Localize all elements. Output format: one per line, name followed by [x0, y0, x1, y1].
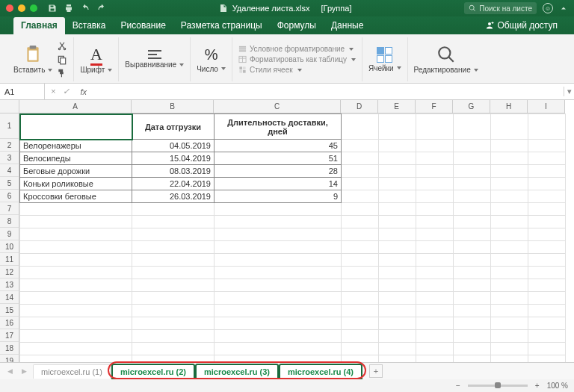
cell[interactable]	[342, 343, 379, 355]
cell[interactable]	[215, 279, 342, 292]
cell[interactable]	[132, 343, 215, 355]
cell[interactable]	[379, 165, 416, 178]
col-header[interactable]: H	[490, 100, 528, 113]
save-icon[interactable]	[48, 4, 57, 13]
cell[interactable]	[379, 114, 416, 140]
cell[interactable]	[379, 203, 416, 216]
cell[interactable]	[215, 330, 342, 343]
cell[interactable]	[342, 279, 379, 292]
cell[interactable]	[528, 216, 566, 228]
cell[interactable]	[379, 254, 416, 267]
cell[interactable]	[379, 241, 416, 254]
row-header[interactable]: 3	[0, 152, 19, 164]
cell[interactable]	[528, 178, 566, 190]
cell[interactable]	[416, 241, 454, 254]
cell[interactable]	[416, 114, 454, 140]
cell[interactable]	[20, 216, 132, 228]
col-header[interactable]: C	[214, 100, 341, 113]
tab-home[interactable]: Главная	[13, 17, 65, 34]
sheet-nav-prev-icon[interactable]: ◀	[4, 367, 16, 375]
cell[interactable]	[528, 228, 566, 241]
cell[interactable]	[20, 114, 132, 140]
sheet-tab[interactable]: microexcel.ru (3)	[196, 364, 278, 379]
cell[interactable]	[454, 241, 491, 254]
row-header[interactable]: 4	[0, 164, 19, 177]
cell[interactable]	[342, 241, 379, 254]
cell[interactable]	[491, 241, 528, 254]
cell[interactable]	[20, 203, 132, 216]
cell[interactable]	[454, 292, 491, 305]
cell[interactable]	[528, 190, 566, 203]
copy-icon[interactable]	[57, 55, 67, 65]
cell[interactable]: Велосипеды	[20, 152, 132, 165]
redo-icon[interactable]	[97, 4, 106, 13]
cell[interactable]	[20, 343, 132, 355]
search-field[interactable]: Поиск на листе	[464, 2, 537, 14]
cell[interactable]	[20, 228, 132, 241]
row-header[interactable]: 6	[0, 190, 19, 202]
cell[interactable]	[215, 317, 342, 330]
cell[interactable]	[454, 355, 491, 364]
cell[interactable]	[132, 203, 215, 216]
cell[interactable]	[491, 140, 528, 152]
font-color-button[interactable]: A Шрифт	[80, 45, 112, 74]
col-header[interactable]: A	[19, 100, 132, 113]
feedback-icon[interactable]: ☺	[543, 3, 553, 13]
cell[interactable]	[342, 114, 379, 140]
cell[interactable]	[20, 317, 132, 330]
cell[interactable]	[342, 228, 379, 241]
cell[interactable]	[132, 292, 215, 305]
close-window-icon[interactable]	[6, 4, 13, 12]
row-header[interactable]: 13	[0, 279, 19, 291]
select-all-corner[interactable]	[0, 100, 19, 113]
cell[interactable]	[379, 216, 416, 228]
cell[interactable]	[20, 241, 132, 254]
row-header[interactable]: 2	[0, 139, 19, 152]
cell[interactable]	[132, 228, 215, 241]
cell[interactable]	[20, 305, 132, 317]
cell[interactable]	[379, 190, 416, 203]
cell[interactable]	[416, 254, 454, 267]
row-header[interactable]: 15	[0, 304, 19, 317]
cell[interactable]	[215, 292, 342, 305]
row-header[interactable]: 12	[0, 266, 19, 279]
undo-icon[interactable]	[81, 4, 90, 13]
cell[interactable]	[528, 317, 566, 330]
cell[interactable]	[528, 152, 566, 165]
cell[interactable]	[379, 228, 416, 241]
cell[interactable]: Беговые дорожки	[20, 165, 132, 178]
cell[interactable]	[20, 355, 132, 364]
col-header[interactable]: E	[378, 100, 416, 113]
cell[interactable]	[416, 140, 454, 152]
cell[interactable]: 15.04.2019	[132, 152, 215, 165]
cell[interactable]	[379, 140, 416, 152]
cell[interactable]: 26.03.2019	[132, 190, 215, 203]
cell[interactable]	[454, 305, 491, 317]
cell[interactable]	[342, 292, 379, 305]
cell[interactable]	[454, 317, 491, 330]
cell[interactable]	[379, 343, 416, 355]
cell[interactable]	[528, 355, 566, 364]
expand-formula-bar-icon[interactable]: ▾	[564, 87, 574, 96]
row-header[interactable]: 5	[0, 177, 19, 190]
cell[interactable]: 14	[215, 178, 342, 190]
zoom-out-icon[interactable]: −	[456, 382, 460, 390]
cell[interactable]	[342, 317, 379, 330]
zoom-window-icon[interactable]	[30, 4, 37, 12]
cell[interactable]	[454, 114, 491, 140]
cell[interactable]	[454, 254, 491, 267]
cells-button[interactable]: Ячейки	[368, 47, 401, 72]
cell[interactable]	[528, 267, 566, 279]
row-header[interactable]: 14	[0, 291, 19, 304]
cell[interactable]	[132, 254, 215, 267]
cell[interactable]	[416, 292, 454, 305]
cell[interactable]	[454, 203, 491, 216]
sheet-tab[interactable]: microexcel.ru (4)	[280, 364, 362, 379]
cell[interactable]	[454, 178, 491, 190]
cell[interactable]	[416, 165, 454, 178]
cell[interactable]	[454, 343, 491, 355]
cell[interactable]	[491, 178, 528, 190]
cell[interactable]	[528, 305, 566, 317]
zoom-in-icon[interactable]: +	[535, 382, 540, 390]
tab-data[interactable]: Данные	[324, 17, 371, 34]
